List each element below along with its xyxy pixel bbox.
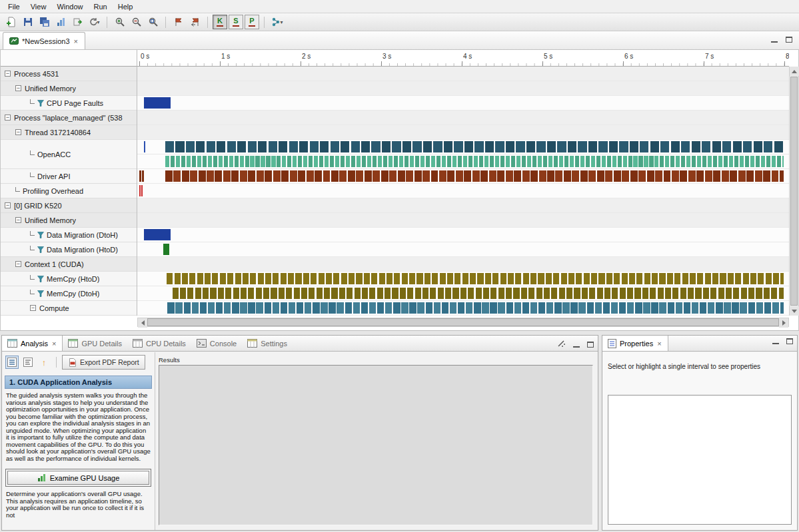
timeline-bar[interactable] <box>635 302 642 314</box>
timeline-bar[interactable] <box>281 170 289 182</box>
timeline-bar[interactable] <box>348 170 355 182</box>
timeline-bar[interactable] <box>690 273 696 284</box>
timeline-bar[interactable] <box>263 288 269 299</box>
timeline-bar[interactable] <box>627 288 633 299</box>
timeline-bar[interactable] <box>754 141 762 152</box>
timeline-bar[interactable] <box>536 288 542 299</box>
tree-row[interactable]: MemCpy (HtoD) <box>1 272 137 286</box>
timeline-bar[interactable] <box>619 302 626 314</box>
timeline-bar[interactable] <box>382 141 391 152</box>
timeline-bar[interactable] <box>575 156 579 167</box>
timeline-bar[interactable] <box>692 141 700 152</box>
timeline-bar[interactable] <box>323 170 331 182</box>
tree-row[interactable]: OpenACC <box>1 140 137 169</box>
timeline-bar[interactable] <box>218 288 224 299</box>
timeline-bar[interactable] <box>602 156 606 167</box>
timeline-bar[interactable] <box>361 302 368 314</box>
tree-collapse-toggle[interactable]: − <box>30 305 36 311</box>
timeline-bar[interactable] <box>630 170 638 182</box>
timeline-bar[interactable] <box>176 156 180 167</box>
timeline-bar[interactable] <box>647 170 654 182</box>
timeline-bar[interactable] <box>303 273 309 284</box>
timeline-bar[interactable] <box>141 185 142 196</box>
timeline-bar[interactable] <box>456 170 463 182</box>
timeline-bar[interactable] <box>582 288 588 299</box>
timeline-bar[interactable] <box>500 273 506 284</box>
timeline-bar[interactable] <box>271 288 277 299</box>
timeline-bar[interactable] <box>265 170 272 182</box>
timeline-bar[interactable] <box>460 288 466 299</box>
tree-row[interactable]: MemCpy (DtoH) <box>1 286 137 301</box>
timeline-bar[interactable] <box>248 288 254 299</box>
timeline-bar[interactable] <box>622 273 628 284</box>
tab-settings[interactable]: Settings <box>242 336 293 351</box>
timeline-bar[interactable] <box>492 273 498 284</box>
timeline-bar[interactable] <box>365 170 372 182</box>
timeline-bar[interactable] <box>652 273 658 284</box>
timeline-bar[interactable] <box>377 302 384 314</box>
save-all-button[interactable] <box>37 15 52 29</box>
timeline-bar[interactable] <box>780 170 784 182</box>
timeline-bar[interactable] <box>514 170 521 182</box>
timeline-bar[interactable] <box>670 156 674 167</box>
timeline-bar[interactable] <box>165 156 169 167</box>
timeline-bar[interactable] <box>139 170 141 182</box>
timeline-bar[interactable] <box>205 273 211 284</box>
timeline-bar[interactable] <box>356 170 363 182</box>
timeline-bar[interactable] <box>655 170 662 182</box>
timeline-bar[interactable] <box>412 141 421 152</box>
timeline-bar[interactable] <box>748 288 754 299</box>
menu-help[interactable]: Help <box>113 1 139 13</box>
timeline-bar[interactable] <box>468 156 472 167</box>
timeline-bar[interactable] <box>644 273 650 284</box>
timeline-bar[interactable] <box>256 288 262 299</box>
timeline-bar[interactable] <box>634 288 640 299</box>
timeline-bar[interactable] <box>282 156 286 167</box>
timeline-bar[interactable] <box>142 170 144 182</box>
timeline-bar[interactable] <box>766 273 772 284</box>
stream-toggle-button[interactable]: S <box>229 15 243 29</box>
timeline-bar[interactable] <box>422 170 430 182</box>
timeline-bar[interactable] <box>431 170 438 182</box>
timeline-bar[interactable] <box>574 288 580 299</box>
timeline-bar[interactable] <box>241 288 247 299</box>
timeline-bar[interactable] <box>614 170 621 182</box>
timeline-bar[interactable] <box>761 156 765 167</box>
timeline-lane[interactable] <box>137 169 789 184</box>
timeline-bar[interactable] <box>597 288 603 299</box>
timeline-bar[interactable] <box>165 141 174 152</box>
timeline-bar[interactable] <box>287 156 291 167</box>
timeline-bar[interactable] <box>703 288 709 299</box>
timeline-bar[interactable] <box>402 141 411 152</box>
timeline-bar[interactable] <box>506 288 512 299</box>
close-icon[interactable]: × <box>73 37 79 45</box>
timeline-bar[interactable] <box>508 273 514 284</box>
timeline-bar[interactable] <box>436 156 440 167</box>
timeline-bar[interactable] <box>392 288 398 299</box>
timeline-bar[interactable] <box>474 156 478 167</box>
timeline-bar[interactable] <box>559 288 565 299</box>
timeline-bar[interactable] <box>576 273 582 284</box>
timeline-bar[interactable] <box>309 156 313 167</box>
timeline-bar[interactable] <box>173 170 181 182</box>
timeline-bar[interactable] <box>293 156 297 167</box>
timeline-bar[interactable] <box>458 302 464 314</box>
timeline-bar[interactable] <box>289 141 298 152</box>
timeline-bar[interactable] <box>266 156 270 167</box>
zoom-out-button[interactable] <box>129 15 144 29</box>
timeline-bar[interactable] <box>454 273 460 284</box>
timeline-bar[interactable] <box>622 170 629 182</box>
timeline-bar[interactable] <box>434 302 440 314</box>
tab-gpu-details[interactable]: GPU Details <box>63 336 127 351</box>
timeline-bar[interactable] <box>712 273 718 284</box>
timeline-bar[interactable] <box>269 141 277 152</box>
timeline-bar[interactable] <box>702 156 706 167</box>
timeline-bar[interactable] <box>393 302 400 314</box>
timeline-bar[interactable] <box>702 141 710 152</box>
timeline-bar[interactable] <box>705 170 712 182</box>
timeline-bar[interactable] <box>321 302 327 314</box>
timeline-bar[interactable] <box>305 302 311 314</box>
timeline-bar[interactable] <box>258 273 264 284</box>
timeline-bar[interactable] <box>139 185 141 196</box>
timeline-bar[interactable] <box>440 273 446 284</box>
